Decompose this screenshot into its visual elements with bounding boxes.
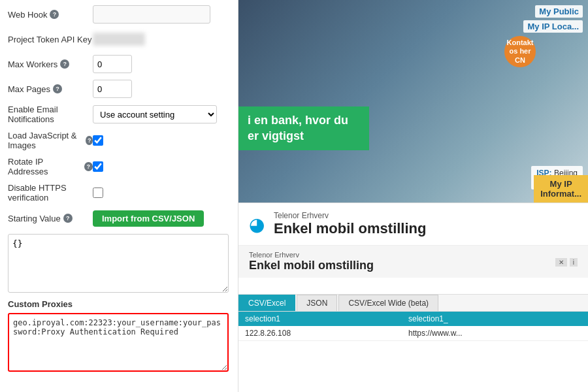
disable-https-label: Disable HTTPS verification (8, 183, 93, 203)
rotate-ip-row: Rotate IP Addresses ? (8, 157, 230, 176)
max-workers-input[interactable] (93, 55, 132, 73)
webhook-label: Web Hook ? (8, 10, 93, 20)
data-table: selection1 selection1_ 122.8.26.108 http… (238, 312, 588, 341)
my-public-label[interactable]: My Public (535, 5, 583, 18)
custom-proxies-textarea[interactable]: geo.iproyal.com:22323:your_username:your… (8, 313, 229, 372)
import-csv-button[interactable]: Import from CSV/JSON (93, 210, 204, 227)
starting-value-help-icon[interactable]: ? (63, 214, 73, 223)
custom-proxies-label: Custom Proxies (8, 299, 230, 309)
starting-value-label: Starting Value ? (8, 214, 93, 223)
starting-value-row: Starting Value ? Import from CSV/JSON (8, 209, 230, 227)
table-header-selection1: selection1 (238, 312, 402, 326)
load-js-help-icon[interactable]: ? (86, 136, 93, 145)
webhook-row: Web Hook ? (8, 5, 230, 24)
telenor-sub-title: Enkel mobil omstilling (249, 259, 547, 272)
webhook-help-icon[interactable]: ? (50, 10, 59, 19)
max-pages-row: Max Pages ? (8, 80, 230, 98)
ad-top-right: My Public My IP Loca... (518, 0, 588, 38)
ad-badges: ✕ i (555, 258, 578, 267)
disable-https-row: Disable HTTPS verification (8, 183, 230, 203)
telenor-ad-area: ◕ Telenor Erhverv Enkel mobil omstilling… (238, 203, 588, 294)
rotate-ip-label: Rotate IP Addresses ? (8, 157, 93, 176)
project-token-row: Project Token API Key (8, 30, 230, 48)
ad-info-badge[interactable]: i (570, 258, 578, 267)
max-pages-input[interactable] (93, 80, 132, 98)
rotate-ip-help-icon[interactable]: ? (84, 162, 93, 171)
table-cell-ip: 122.8.26.108 (238, 326, 402, 341)
project-token-label: Project Token API Key (8, 35, 93, 44)
ad-close-x[interactable]: ✕ (555, 258, 567, 267)
tab-csv-excel[interactable]: CSV/Excel (238, 295, 295, 311)
cn-badge[interactable]: Kontaktos herCN (504, 36, 536, 67)
my-ip-location-label[interactable]: My IP Loca... (523, 20, 583, 33)
tab-bar: CSV/Excel JSON CSV/Excel Wide (beta) (238, 295, 588, 312)
table-header-selection1b: selection1_ (402, 312, 588, 326)
tab-csv-excel-wide[interactable]: CSV/Excel Wide (beta) (338, 295, 438, 311)
data-table-area: CSV/Excel JSON CSV/Excel Wide (beta) sel… (238, 294, 588, 392)
load-js-checkbox[interactable] (93, 135, 103, 146)
ad-area-top: My Public My IP Loca... Kontaktos herCN … (238, 0, 588, 203)
disable-https-checkbox[interactable] (93, 188, 103, 198)
enable-email-select[interactable]: Use account setting Enabled Disabled (93, 105, 217, 123)
right-panel: My Public My IP Loca... Kontaktos herCN … (238, 0, 588, 392)
enable-email-label: Enable Email Notifications (8, 105, 93, 124)
table-header-row: selection1 selection1_ (238, 312, 588, 326)
max-pages-label: Max Pages ? (8, 84, 93, 94)
telenor-company1: Telenor Erhverv (274, 211, 578, 220)
ad-green-box: i en bank, hvor du er vigtigst (238, 106, 369, 150)
telenor-sub-ad: Telenor Erhverv Enkel mobil omstilling ✕… (238, 246, 588, 278)
table-row: 122.8.26.108 https://www.w... (238, 326, 588, 341)
webhook-input[interactable] (93, 5, 210, 24)
telenor-title1: Enkel mobil omstilling (274, 220, 578, 237)
left-panel: Web Hook ? Project Token API Key Max Wor… (0, 0, 238, 392)
max-workers-help-icon[interactable]: ? (60, 59, 69, 69)
starting-value-textarea[interactable]: {} (8, 234, 229, 293)
max-pages-help-icon[interactable]: ? (53, 84, 62, 93)
tab-json[interactable]: JSON (297, 295, 337, 311)
table-cell-url: https://www.w... (402, 326, 588, 341)
telenor-text-block: Telenor Erhverv Enkel mobil omstilling (274, 211, 578, 237)
rotate-ip-checkbox[interactable] (93, 161, 103, 172)
project-token-value (93, 33, 145, 46)
telenor-main-ad: ◕ Telenor Erhverv Enkel mobil omstilling (238, 203, 588, 246)
telenor-logo-icon: ◕ (249, 214, 265, 235)
max-workers-label: Max Workers ? (8, 59, 93, 69)
telenor-sub-company: Telenor Erhverv (249, 251, 547, 259)
enable-email-row: Enable Email Notifications Use account s… (8, 105, 230, 124)
load-js-label: Load JavaScript & Images ? (8, 131, 93, 150)
load-js-row: Load JavaScript & Images ? (8, 131, 230, 150)
my-ip-info-box[interactable]: My IPInformat... (534, 175, 588, 203)
max-workers-row: Max Workers ? (8, 55, 230, 73)
